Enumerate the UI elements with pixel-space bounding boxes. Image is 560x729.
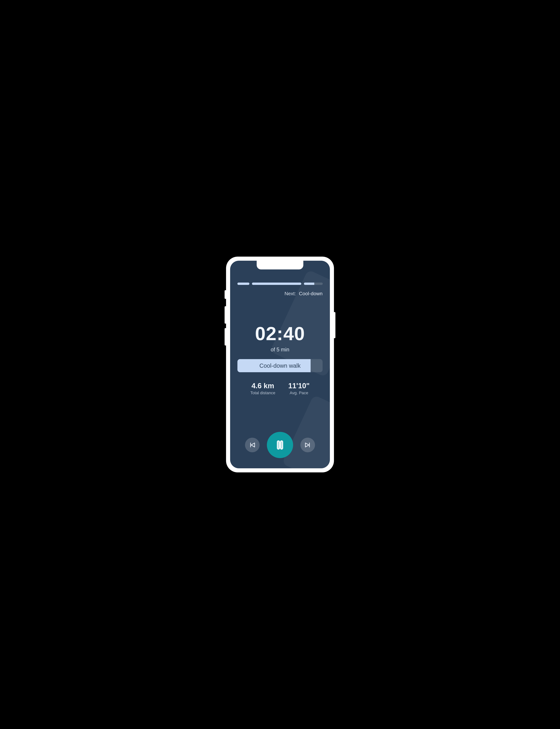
playback-controls <box>237 432 323 458</box>
segment <box>237 283 249 285</box>
segment-fill <box>304 283 314 285</box>
elapsed-time: 02:40 <box>237 323 323 345</box>
phone-side-button <box>225 306 226 324</box>
svg-marker-4 <box>305 443 309 447</box>
phone-notch <box>257 261 303 270</box>
total-duration: of 5 min <box>237 347 323 353</box>
segment <box>304 283 323 285</box>
segment <box>252 283 301 285</box>
next-label: Next: <box>285 291 296 296</box>
skip-back-icon <box>249 441 256 448</box>
stat-distance: 4.6 km Total distance <box>250 381 275 395</box>
workout-segments <box>237 283 323 285</box>
segment-fill <box>252 283 301 285</box>
stat-pace: 11'10" Avg. Pace <box>288 381 310 395</box>
current-activity: Cool-down walk <box>237 359 323 372</box>
stat-distance-value: 4.6 km <box>250 381 275 390</box>
pause-icon <box>274 439 286 451</box>
phone-side-button <box>225 328 226 346</box>
previous-button[interactable] <box>245 438 260 452</box>
phone-side-button <box>225 290 226 299</box>
stats-row: 4.6 km Total distance 11'10" Avg. Pace <box>237 381 323 395</box>
next-value: Cool-down <box>299 291 323 296</box>
app-screen: Next: Cool-down 02:40 of 5 min Cool-down… <box>230 261 330 468</box>
segment-fill <box>237 283 249 285</box>
activity-label: Cool-down walk <box>259 363 301 369</box>
svg-rect-2 <box>278 441 279 449</box>
timer-block: 02:40 of 5 min Cool-down walk <box>237 323 323 372</box>
phone-side-button <box>334 312 335 338</box>
next-segment-row: Next: Cool-down <box>237 291 323 297</box>
pause-button[interactable] <box>267 432 293 458</box>
svg-marker-1 <box>251 443 255 447</box>
stat-distance-label: Total distance <box>250 390 275 395</box>
svg-rect-3 <box>281 441 282 449</box>
stat-pace-value: 11'10" <box>288 381 310 390</box>
stat-pace-label: Avg. Pace <box>288 390 310 395</box>
next-button[interactable] <box>300 438 315 452</box>
phone-frame: Next: Cool-down 02:40 of 5 min Cool-down… <box>226 257 334 472</box>
skip-forward-icon <box>304 441 311 448</box>
